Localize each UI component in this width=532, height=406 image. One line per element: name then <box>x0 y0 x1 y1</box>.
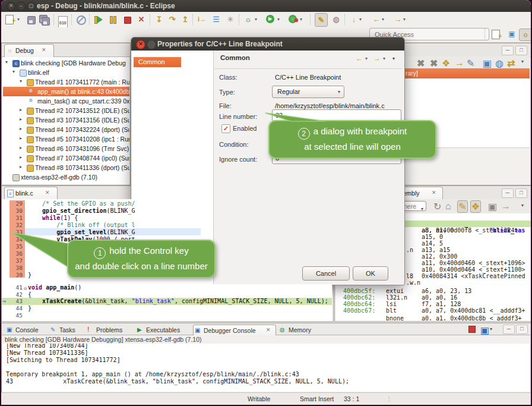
remove-all-modules-icon[interactable]: ✖ <box>430 58 438 69</box>
suspend-button[interactable] <box>107 13 119 26</box>
code-line-30[interactable]: 30 gpio_set_direction(BLINK_G <box>2 207 201 215</box>
expander-icon[interactable]: ▸ <box>20 126 22 131</box>
tree-row-thread1[interactable]: ▾ Thread #1 1073411772 (main : Runn <box>3 77 129 87</box>
forward-dropdown[interactable]: ▾ <box>401 13 407 26</box>
terminate-button[interactable] <box>121 13 133 26</box>
view-menu-icon[interactable]: ▾ <box>521 203 524 208</box>
line-number[interactable]: 39 <box>11 272 23 279</box>
debug-dropdown[interactable]: ▾ <box>253 13 259 26</box>
tab-memory[interactable]: ◍Memory <box>278 325 318 336</box>
annotations-button[interactable]: ◍ <box>330 13 342 26</box>
dialog-window-button[interactable] <box>147 40 156 49</box>
tree-row-main-task-frame[interactable]: ≡ main_task() at cpu_start.c:339 0x4 <box>3 96 129 106</box>
line-number[interactable]: 43 <box>11 298 23 305</box>
forward-nav-dropdown[interactable]: ▾ <box>383 56 389 61</box>
show-source-toggle[interactable]: ✎ <box>457 200 468 213</box>
line-number[interactable]: 45 <box>11 312 23 319</box>
back-nav-icon[interactable]: ← <box>356 54 363 62</box>
home-icon[interactable]: ⌂ <box>445 201 451 212</box>
tab-debug[interactable]: ☼ Debug ✕ <box>4 44 54 57</box>
code-line-44[interactable]: 44} <box>2 305 332 312</box>
line-number[interactable]: 30 <box>11 207 23 215</box>
remove-module-icon[interactable]: ✖ <box>417 58 425 69</box>
resume-button[interactable] <box>93 13 104 26</box>
maximize-view-button[interactable]: □ <box>516 325 528 334</box>
open-perspective-button[interactable] <box>490 29 502 40</box>
minimize-view-button[interactable]: ─ <box>502 188 514 198</box>
debug-perspective-button[interactable]: ☼ <box>519 29 531 41</box>
skip-breakpoints-button[interactable] <box>75 13 87 26</box>
expander-icon[interactable]: ▸ <box>20 145 22 150</box>
tree-row-app-main-frame[interactable]: ≡ app_main() at blink.c:43 0x400db <box>3 87 129 96</box>
window-maximize-button[interactable]: ▢ <box>27 2 36 11</box>
close-tab-icon[interactable]: ✕ <box>42 47 46 53</box>
window-close-button[interactable]: ✕ <box>7 2 15 11</box>
dialog-close-button[interactable]: ✕ <box>136 40 145 49</box>
minimize-view-button[interactable]: ─ <box>502 46 514 55</box>
dialog-tab-common[interactable]: Common <box>134 57 181 67</box>
minimize-view-button[interactable]: ─ <box>503 325 515 334</box>
type-combo[interactable]: Regular ▾ <box>272 86 344 98</box>
back-dropdown[interactable]: ▾ <box>380 13 386 26</box>
profile-button[interactable] <box>287 13 299 26</box>
debug-button[interactable]: ☼ <box>242 13 254 26</box>
tab-executables[interactable]: ▶Executables <box>136 325 188 336</box>
display-console-icon[interactable]: ▣ <box>480 325 489 336</box>
tree-row-thread3[interactable]: ▸ Thread #3 1073413156 (IDLE) (Susp <box>3 115 129 125</box>
close-tab-icon[interactable]: ✕ <box>45 190 50 196</box>
step-filters-button[interactable]: ☰ <box>210 13 222 26</box>
refresh-icon[interactable]: ↻ <box>433 201 441 212</box>
tree-row-thread8[interactable]: ▸ Thread #8 1073411336 (dport) (Sus <box>3 163 129 172</box>
instruction-stepping-button[interactable]: i→ <box>196 13 208 26</box>
code-line-32[interactable]: 32 /* Blink off (output l <box>2 222 201 229</box>
duplicate-view-icon[interactable]: ▣ <box>488 201 497 212</box>
close-tab-icon[interactable]: ✕ <box>432 190 436 196</box>
terminate-console-icon[interactable] <box>468 326 476 333</box>
tree-row-thread6[interactable]: ▸ Thread #6 1073431096 (Tmr Svc) (S <box>3 144 129 153</box>
cpp-perspective-button[interactable]: ▣ <box>506 29 518 40</box>
disconnect-button[interactable]: ✕ <box>135 13 147 26</box>
run-button[interactable]: ▶ <box>265 13 277 26</box>
forward-nav-icon[interactable]: → <box>373 54 381 62</box>
step-into-button[interactable]: ↧ <box>153 13 165 26</box>
tree-row-launch[interactable]: ▾ c blink checking [GDB Hardware Debug <box>3 58 129 68</box>
step-return-button[interactable]: ↥ <box>179 13 191 26</box>
trace-button[interactable]: ✳ <box>224 13 236 26</box>
view-menu-icon[interactable]: ▾ <box>392 56 395 61</box>
code-line-41[interactable]: 41⊖void app_main() <box>2 284 332 291</box>
tab-debugger-console[interactable]: ▣Debugger Console✕ <box>193 325 276 336</box>
expand-all-icon[interactable]: ▣ <box>483 58 492 69</box>
line-number[interactable]: 31 <box>11 215 23 222</box>
ok-button[interactable]: OK <box>353 266 388 281</box>
save-all-button[interactable] <box>38 13 50 26</box>
code-line-31[interactable]: 31 while(1) { <box>2 215 201 222</box>
tree-row-thread7[interactable]: ▸ Thread #7 1073408744 (ipc0) (Susp <box>3 153 129 163</box>
back-nav-dropdown[interactable]: ▾ <box>365 56 371 61</box>
line-number[interactable]: 32 <box>11 222 23 229</box>
tab-console[interactable]: ▣Console <box>5 325 46 336</box>
enabled-checkbox[interactable]: ✓ <box>221 124 230 133</box>
open-new-view-icon[interactable]: → <box>501 201 511 212</box>
expander-icon[interactable]: ▾ <box>12 69 15 74</box>
window-minimize-button[interactable]: – <box>17 2 26 11</box>
tree-row-thread2[interactable]: ▸ Thread #2 1073413512 (IDLE) (Susp <box>3 106 129 115</box>
expander-icon[interactable]: ▸ <box>20 155 22 160</box>
last-edit-dropdown[interactable]: ▾ <box>357 13 363 26</box>
new-wizard-dropdown[interactable]: ▾ <box>15 13 21 26</box>
close-tab-icon[interactable]: ✕ <box>266 327 271 333</box>
view-menu-icon[interactable]: ▾ <box>521 59 524 64</box>
swap-icon[interactable]: ⇄ <box>507 58 515 69</box>
sync-context-toggle[interactable]: ❖ <box>470 200 481 213</box>
expander-icon[interactable]: ▸ <box>20 136 22 141</box>
tab-blink-c[interactable]: c blink.c ✕ <box>4 187 58 200</box>
code-line-45[interactable]: 45 <box>2 312 332 319</box>
new-wizard-button[interactable] <box>4 13 15 26</box>
step-over-button[interactable]: ↷ <box>166 13 178 26</box>
instruction-pointer-icon[interactable]: ⇒ <box>2 298 6 305</box>
collapse-all-icon[interactable]: ◍ <box>495 58 504 69</box>
expander-icon[interactable]: ▸ <box>20 164 22 169</box>
profile-dropdown[interactable]: ▾ <box>298 13 304 26</box>
run-dropdown[interactable]: ▾ <box>276 13 281 26</box>
tree-row-gdb[interactable]: xtensa-esp32-elf-gdb (7.10) <box>3 172 129 182</box>
load-symbols-icon[interactable]: ❖ <box>442 58 450 69</box>
